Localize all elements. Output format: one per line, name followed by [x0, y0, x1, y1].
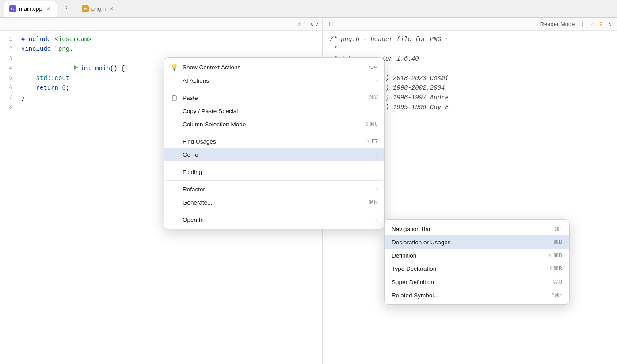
ai-icon — [170, 76, 178, 84]
tabs-more-button[interactable]: ⋮ — [61, 3, 73, 15]
menu-label-find-usages: Find Usages — [183, 138, 361, 145]
menu-item-ai-actions[interactable]: AI Actions › — [164, 74, 384, 87]
warning-indicator: ⚠ 1 — [297, 21, 306, 27]
nav-down-arrow[interactable]: ∨ — [315, 21, 319, 27]
include-keyword-2: #include — [21, 44, 51, 54]
menu-item-go-to[interactable]: Go To › — [164, 148, 384, 161]
submenu-shortcut-super-definition: ⌘U — [553, 279, 562, 285]
ai-actions-arrow: › — [376, 77, 378, 83]
submenu-shortcut-related-symbol: ^⌘↑ — [552, 292, 562, 298]
menu-label-folding: Folding — [183, 169, 372, 175]
menu-item-copy-paste-special[interactable]: Copy / Paste Special › — [164, 104, 384, 118]
line-num-2: 2 — [5, 44, 12, 54]
close-main-cpp-button[interactable]: ✕ — [45, 5, 51, 13]
submenu-shortcut-declaration-usages: ⌘B — [553, 239, 562, 245]
menu-label-open-in: Open In — [183, 216, 372, 223]
submenu-shortcut-type-declaration: ⇧⌘B — [549, 265, 562, 272]
menu-separator-5 — [165, 211, 383, 211]
folding-arrow: › — [376, 169, 378, 175]
submenu-item-definition[interactable]: Definition ⌥⌘B — [385, 249, 569, 262]
right-line-num: 1 — [328, 21, 331, 27]
lightbulb-icon: 💡 — [170, 63, 178, 71]
tab-main-cpp-label: main.cpp — [19, 5, 42, 12]
generate-icon — [170, 198, 178, 206]
menu-separator-3 — [165, 163, 383, 163]
refactor-icon — [170, 185, 178, 193]
submenu-shortcut-navigation-bar: ⌘↑ — [554, 226, 562, 232]
submenu-item-navigation-bar[interactable]: Navigation Bar ⌘↑ — [385, 222, 569, 235]
right-code-line-2: * — [330, 44, 610, 54]
include-path-2: "png. — [55, 44, 73, 54]
menu-label-column-selection: Column Selection Mode — [183, 121, 361, 128]
tab-bar: C main.cpp ✕ ⋮ H png.h ✕ — [0, 0, 617, 18]
return-keyword: return — [36, 83, 58, 93]
submenu-item-type-declaration[interactable]: Type Declaration ⇧⌘B — [385, 262, 569, 275]
menu-shortcut-generate: ⌘N — [369, 199, 378, 205]
submenu-label-definition: Definition — [392, 252, 543, 259]
submenu-shortcut-definition: ⌥⌘B — [547, 252, 562, 258]
right-nav-up[interactable]: ∧ — [608, 21, 612, 27]
right-editor-toolbar: 1 Reader Mode | ⚠ 19 ∧ — [323, 18, 617, 31]
copy-paste-special-icon — [170, 107, 178, 115]
right-separator: | — [582, 21, 583, 27]
menu-shortcut-find-usages: ⌥F7 — [366, 138, 378, 144]
menu-item-refactor[interactable]: Refactor › — [164, 182, 384, 196]
go-to-arrow: › — [376, 152, 378, 158]
warning-icon: ⚠ — [297, 21, 302, 27]
cpp-file-icon: C — [9, 5, 16, 12]
right-warning-indicator: ⚠ 19 — [590, 21, 602, 27]
menu-label-ai-actions: AI Actions — [183, 77, 372, 84]
nav-arrows: ∧ ∨ — [310, 21, 319, 27]
left-editor-toolbar: ⚠ 1 ∧ ∨ — [0, 18, 322, 31]
nav-up-arrow[interactable]: ∧ — [310, 21, 314, 27]
open-in-arrow: › — [376, 216, 378, 223]
paste-icon — [170, 94, 178, 102]
submenu-label-declaration-usages: Declaration or Usages — [392, 239, 549, 246]
menu-item-column-selection[interactable]: Column Selection Mode ⇧⌘8 — [164, 118, 384, 131]
space-2 — [51, 44, 54, 54]
submenu-label-type-declaration: Type Declaration — [392, 265, 545, 272]
menu-separator-2 — [165, 133, 383, 133]
folding-icon — [170, 168, 178, 176]
menu-item-find-usages[interactable]: Find Usages ⌥F7 — [164, 135, 384, 148]
tab-main-cpp[interactable]: C main.cpp ✕ — [4, 1, 57, 17]
tab-png-h[interactable]: H png.h ✕ — [76, 1, 120, 17]
right-warning-count: 19 — [597, 21, 602, 27]
refactor-arrow: › — [376, 186, 378, 192]
code-line-1: #include <iostream> — [21, 34, 319, 44]
menu-separator-4 — [165, 180, 383, 181]
submenu-item-declaration-usages[interactable]: Declaration or Usages ⌘B — [385, 235, 569, 249]
submenu-item-super-definition[interactable]: Super Definition ⌘U — [385, 275, 569, 288]
line-num-7: 7 — [5, 93, 12, 102]
h-file-icon: H — [82, 5, 89, 12]
warning-count: 1 — [303, 21, 306, 27]
column-selection-icon — [170, 120, 178, 128]
tab-png-h-label: png.h — [91, 5, 106, 12]
menu-label-refactor: Refactor — [183, 186, 372, 193]
copy-paste-special-arrow: › — [376, 108, 378, 114]
submenu-item-related-symbol[interactable]: Related Symbol... ^⌘↑ — [385, 288, 569, 302]
reader-mode-label[interactable]: Reader Mode — [540, 21, 575, 27]
menu-item-folding[interactable]: Folding › — [164, 165, 384, 178]
submenu-label-super-definition: Super Definition — [392, 279, 548, 285]
close-png-h-button[interactable]: ✕ — [108, 5, 114, 13]
include-keyword-1: #include — [21, 34, 51, 44]
menu-item-paste[interactable]: Paste ⌘V — [164, 91, 384, 104]
menu-item-show-context[interactable]: 💡 Show Context Actions ⌥↵ — [164, 61, 384, 74]
menu-shortcut-show-context: ⌥↵ — [367, 64, 378, 70]
submenu-label-related-symbol: Related Symbol... — [392, 292, 547, 299]
menu-item-open-in[interactable]: Open In › — [164, 213, 384, 226]
menu-item-generate[interactable]: Generate... ⌘N — [164, 196, 384, 209]
menu-label-generate: Generate... — [183, 199, 364, 206]
std-cout: std::cout — [36, 73, 70, 83]
open-in-icon — [170, 216, 178, 224]
svg-rect-1 — [172, 96, 176, 100]
right-warning-icon: ⚠ — [590, 21, 595, 27]
line-num-8: 8 — [5, 102, 12, 112]
return-value: 0 — [62, 83, 65, 93]
line-num-5: 5 — [5, 73, 12, 83]
go-to-icon — [170, 151, 178, 159]
code-line-2: #include "png. — [21, 44, 319, 54]
menu-shortcut-column-selection: ⇧⌘8 — [365, 121, 378, 127]
menu-shortcut-paste: ⌘V — [369, 95, 378, 101]
